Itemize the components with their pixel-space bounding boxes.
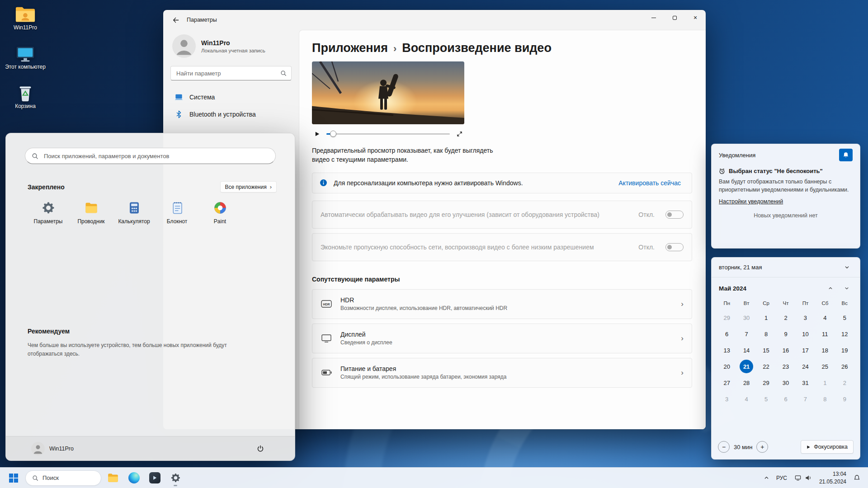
app-label: Калькулятор [118,218,150,225]
calendar-day[interactable]: 7 [796,391,815,407]
fullscreen-button[interactable] [454,129,464,139]
sidebar-item-system[interactable]: Система [170,89,292,106]
calendar-day[interactable]: 5 [756,391,776,407]
calendar-day[interactable]: 30 [736,310,756,325]
pinned-app-explorer[interactable]: Проводник [70,197,113,229]
notification-center-button[interactable] [850,469,863,487]
calendar-day[interactable]: 2 [835,375,854,390]
network-volume-button[interactable] [791,469,815,487]
calendar-day[interactable]: 14 [736,343,756,358]
related-row-hdr[interactable]: HDR HDR Возможности дисплея, использован… [312,289,692,319]
desktop-icon-this-pc[interactable]: Этот компьютер [4,43,47,72]
user-menu-button[interactable]: Win11Pro [31,442,74,455]
calendar-day[interactable]: 2 [776,310,795,325]
pinned-app-notepad[interactable]: Блокнот [156,197,198,229]
calendar-day[interactable]: 26 [835,359,854,374]
slider-knob[interactable] [330,131,336,137]
calendar-day[interactable]: 7 [736,326,756,342]
calendar-day[interactable]: 30 [776,375,795,390]
calendar-day[interactable]: 9 [776,326,795,342]
taskbar-explorer-button[interactable] [104,469,122,487]
notification-settings-link[interactable]: Настройки уведомлений [719,198,783,205]
language-indicator[interactable]: РУС [773,469,790,487]
power-button[interactable] [252,441,269,457]
taskbar-search[interactable]: Поиск [25,470,101,486]
calendar-day[interactable]: 1 [756,310,776,325]
calendar-day[interactable]: 20 [717,359,736,374]
clock[interactable]: 13:04 21.05.2024 [816,469,849,487]
calendar-day[interactable]: 4 [736,391,756,407]
calendar-day[interactable]: 5 [835,310,854,325]
pinned-app-calculator[interactable]: Калькулятор [113,197,156,229]
calendar-day[interactable]: 22 [756,359,776,374]
auto-process-toggle[interactable] [665,211,684,219]
back-button[interactable] [168,13,183,27]
calendar-day[interactable]: 17 [796,343,815,358]
chevron-right-icon: › [681,300,684,309]
close-button[interactable]: × [685,10,706,25]
related-settings-title: Сопутствующие параметры [312,276,692,283]
calendar-day[interactable]: 8 [756,326,776,342]
taskbar-settings-button[interactable] [166,469,184,487]
pinned-app-paint[interactable]: Paint [198,197,241,229]
start-button[interactable] [5,469,23,487]
calendar-day[interactable]: 4 [815,310,835,325]
account-card[interactable]: Win11Pro Локальная учетная запись [170,31,292,64]
taskbar-app-button[interactable] [146,469,164,487]
calendar-day[interactable]: 18 [815,343,835,358]
calendar-day[interactable]: 6 [776,391,795,407]
calendar-collapse-button[interactable] [841,262,853,273]
preview-caption: Предварительный просмотр показывает, как… [312,146,511,164]
save-bandwidth-toggle[interactable] [665,243,684,251]
calendar-day[interactable]: 10 [796,326,815,342]
start-search-input[interactable] [43,152,269,160]
focus-start-button[interactable]: Фокусировка [801,440,854,454]
settings-search-input[interactable] [175,70,280,77]
related-row-display[interactable]: Дисплей Сведения о дисплее › [312,324,692,353]
calendar-day[interactable]: 12 [835,326,854,342]
increase-duration-button[interactable]: + [756,441,768,453]
calendar-day[interactable]: 1 [815,375,835,390]
related-row-power[interactable]: Питание и батарея Спящий режим, использо… [312,358,692,388]
calendar-next-button[interactable] [841,283,853,294]
calendar-day[interactable]: 9 [835,391,854,407]
calendar-day[interactable]: 19 [835,343,854,358]
calendar-day[interactable]: 25 [815,359,835,374]
calendar-day[interactable]: 15 [756,343,776,358]
taskbar-edge-button[interactable] [125,469,143,487]
breadcrumb-parent[interactable]: Приложения [312,41,388,55]
calendar-day[interactable]: 13 [717,343,736,358]
seek-slider[interactable] [326,128,450,140]
calendar-day[interactable]: 24 [796,359,815,374]
all-apps-button[interactable]: Все приложения › [220,181,277,192]
calendar-day[interactable]: 11 [815,326,835,342]
video-preview-scene [312,61,464,124]
calendar-day[interactable]: 6 [717,326,736,342]
activate-now-link[interactable]: Активировать сейчас [618,179,681,187]
maximize-button[interactable] [664,10,685,25]
calendar-day[interactable]: 8 [815,391,835,407]
calendar-day[interactable]: 29 [717,310,736,325]
calendar-day[interactable]: 3 [717,391,736,407]
calendar-day[interactable]: 27 [717,375,736,390]
calendar-day[interactable]: 23 [776,359,795,374]
calendar-prev-button[interactable] [825,283,836,294]
chevron-right-icon: › [681,334,684,343]
decrease-duration-button[interactable]: − [718,441,730,453]
do-not-disturb-button[interactable] [839,149,853,161]
sidebar-item-bluetooth[interactable]: Bluetooth и устройства [170,106,292,123]
pinned-app-settings[interactable]: Параметры [27,197,70,229]
calendar-day[interactable]: 16 [776,343,795,358]
desktop-icon-recycle-bin[interactable]: Корзина [4,82,47,112]
calendar-day-selected[interactable]: 21 [740,360,753,373]
minimize-button[interactable] [643,10,664,25]
calendar-day[interactable]: 3 [796,310,815,325]
desktop-icon-user-folder[interactable]: Win11Pro [4,4,47,33]
activation-message: Для персонализации компьютера нужно акти… [334,179,523,187]
play-button[interactable] [312,129,322,139]
calendar-day[interactable]: 31 [796,375,815,390]
calendar-day[interactable]: 28 [736,375,756,390]
hidden-icons-button[interactable] [761,469,772,487]
calendar-day[interactable]: 29 [756,375,776,390]
calendar-month-label[interactable]: Май 2024 [719,285,746,292]
